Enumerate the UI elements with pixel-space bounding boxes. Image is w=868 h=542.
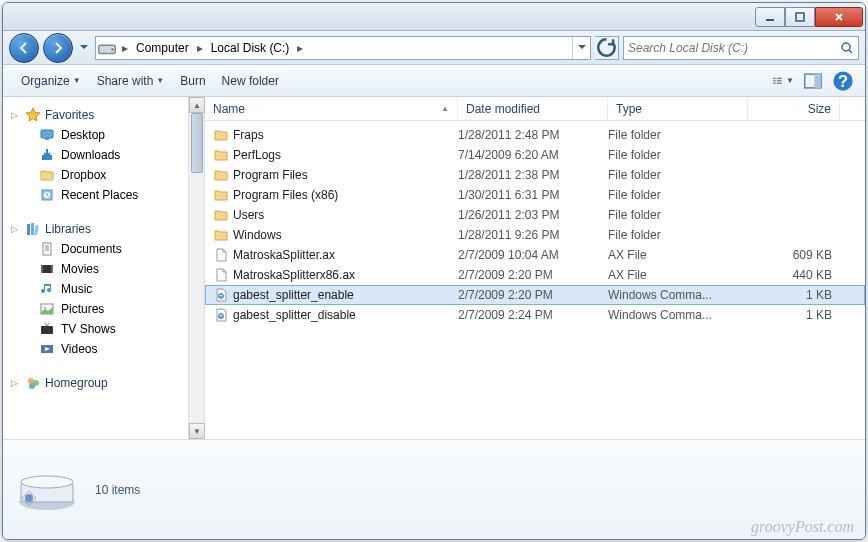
sidebar-item-documents[interactable]: Documents <box>7 239 184 259</box>
music-icon <box>39 281 55 297</box>
folder-icon <box>213 167 229 183</box>
libraries-icon <box>25 221 41 237</box>
maximize-button[interactable] <box>785 7 815 27</box>
sidebar-item-tv-shows[interactable]: TV Shows <box>7 319 184 339</box>
svg-rect-23 <box>43 243 51 255</box>
sidebar-item-movies[interactable]: Movies <box>7 259 184 279</box>
address-dropdown[interactable] <box>572 37 590 59</box>
svg-rect-10 <box>777 82 782 83</box>
details-pane: 10 items <box>3 439 865 539</box>
svg-point-39 <box>25 494 33 502</box>
col-type[interactable]: Type <box>608 97 748 120</box>
star-icon <box>25 107 41 123</box>
search-input[interactable] <box>628 41 840 55</box>
search-box[interactable] <box>623 36 859 60</box>
desktop-icon <box>39 127 55 143</box>
crumb-sep[interactable]: ▸ <box>118 37 132 59</box>
column-headers: Name▲ Date modified Type Size <box>205 97 865 121</box>
titlebar <box>3 3 865 31</box>
cmd-icon <box>213 287 229 303</box>
collapse-icon: ▷ <box>11 224 21 234</box>
sidebar-item-downloads[interactable]: Downloads <box>7 145 184 165</box>
file-row[interactable]: gabest_splitter_disable2/7/2009 2:24 PMW… <box>205 305 865 325</box>
svg-point-3 <box>111 48 114 51</box>
burn-button[interactable]: Burn <box>172 70 213 92</box>
col-size[interactable]: Size <box>748 97 840 120</box>
command-bar: Organize▼ Share with▼ Burn New folder ▼ … <box>3 65 865 97</box>
crumb-sep[interactable]: ▸ <box>193 37 207 59</box>
svg-rect-16 <box>45 138 49 140</box>
file-row[interactable]: Windows1/28/2011 9:26 PMFile folder <box>205 225 865 245</box>
svg-point-38 <box>21 476 73 488</box>
sidebar-item-dropbox[interactable]: Dropbox <box>7 165 184 185</box>
help-button[interactable]: ? <box>831 70 855 92</box>
crumb-sep[interactable]: ▸ <box>293 37 307 59</box>
history-dropdown[interactable] <box>77 33 91 63</box>
file-row[interactable]: Program Files1/28/2011 2:38 PMFile folde… <box>205 165 865 185</box>
file-row[interactable]: MatroskaSplitter.ax2/7/2009 10:04 AMAX F… <box>205 245 865 265</box>
file-row[interactable]: PerfLogs7/14/2009 6:20 AMFile folder <box>205 145 865 165</box>
tv-icon <box>39 321 55 337</box>
svg-rect-12 <box>814 74 821 88</box>
svg-rect-0 <box>766 19 774 21</box>
folder-icon <box>213 127 229 143</box>
sidebar-scrollbar[interactable]: ▲ ▼ <box>189 97 205 439</box>
scroll-up[interactable]: ▲ <box>189 97 205 113</box>
file-row[interactable]: gabest_splitter_enable2/7/2009 2:20 PMWi… <box>205 285 865 305</box>
forward-button[interactable] <box>43 33 73 63</box>
refresh-button[interactable] <box>595 36 619 60</box>
drive-icon <box>96 37 118 59</box>
view-button[interactable]: ▼ <box>771 70 795 92</box>
sidebar-item-music[interactable]: Music <box>7 279 184 299</box>
file-row[interactable]: Fraps1/28/2011 2:48 PMFile folder <box>205 125 865 145</box>
back-button[interactable] <box>9 33 39 63</box>
file-row[interactable]: Users1/26/2011 2:03 PMFile folder <box>205 205 865 225</box>
minimize-button[interactable] <box>755 7 785 27</box>
breadcrumb-localdisk[interactable]: Local Disk (C:) <box>207 37 294 59</box>
favorites-group[interactable]: ▷ Favorites <box>7 105 184 125</box>
sidebar-item-pictures[interactable]: Pictures <box>7 299 184 319</box>
svg-rect-1 <box>796 13 804 21</box>
organize-button[interactable]: Organize▼ <box>13 70 89 92</box>
file-list: Name▲ Date modified Type Size Fraps1/28/… <box>205 97 865 439</box>
col-date[interactable]: Date modified <box>458 97 608 120</box>
svg-rect-21 <box>31 223 34 235</box>
collapse-icon: ▷ <box>11 110 21 120</box>
item-count: 10 items <box>95 483 140 497</box>
collapse-icon: ▷ <box>11 378 21 388</box>
sidebar-item-recent-places[interactable]: Recent Places <box>7 185 184 205</box>
sidebar-item-videos[interactable]: Videos <box>7 339 184 359</box>
homegroup-icon <box>25 375 41 391</box>
folder-icon <box>39 167 55 183</box>
folder-icon <box>213 227 229 243</box>
svg-rect-9 <box>777 80 782 81</box>
close-button[interactable] <box>815 7 863 27</box>
file-icon <box>213 267 229 283</box>
file-row[interactable]: Program Files (x86)1/30/2011 6:31 PMFile… <box>205 185 865 205</box>
downloads-icon <box>39 147 55 163</box>
scroll-down[interactable]: ▼ <box>189 423 205 439</box>
preview-pane-button[interactable] <box>801 70 825 92</box>
share-button[interactable]: Share with▼ <box>89 70 173 92</box>
col-name[interactable]: Name▲ <box>205 97 458 120</box>
folder-icon <box>213 147 229 163</box>
folder-icon <box>213 207 229 223</box>
address-bar[interactable]: ▸ Computer ▸ Local Disk (C:) ▸ <box>95 36 591 60</box>
svg-rect-8 <box>777 77 782 78</box>
scroll-thumb[interactable] <box>191 113 203 173</box>
svg-rect-25 <box>41 265 43 273</box>
movies-icon <box>39 261 55 277</box>
videos-icon <box>39 341 55 357</box>
svg-text:?: ? <box>838 71 848 89</box>
newfolder-button[interactable]: New folder <box>214 70 287 92</box>
documents-icon <box>39 241 55 257</box>
libraries-group[interactable]: ▷ Libraries <box>7 219 184 239</box>
navigation-bar: ▸ Computer ▸ Local Disk (C:) ▸ <box>3 31 865 65</box>
file-row[interactable]: MatroskaSplitterx86.ax2/7/2009 2:20 PMAX… <box>205 265 865 285</box>
breadcrumb-computer[interactable]: Computer <box>132 37 193 59</box>
cmd-icon <box>213 307 229 323</box>
svg-rect-26 <box>51 265 53 273</box>
sidebar-item-desktop[interactable]: Desktop <box>7 125 184 145</box>
file-icon <box>213 247 229 263</box>
homegroup[interactable]: ▷ Homegroup <box>7 373 184 393</box>
